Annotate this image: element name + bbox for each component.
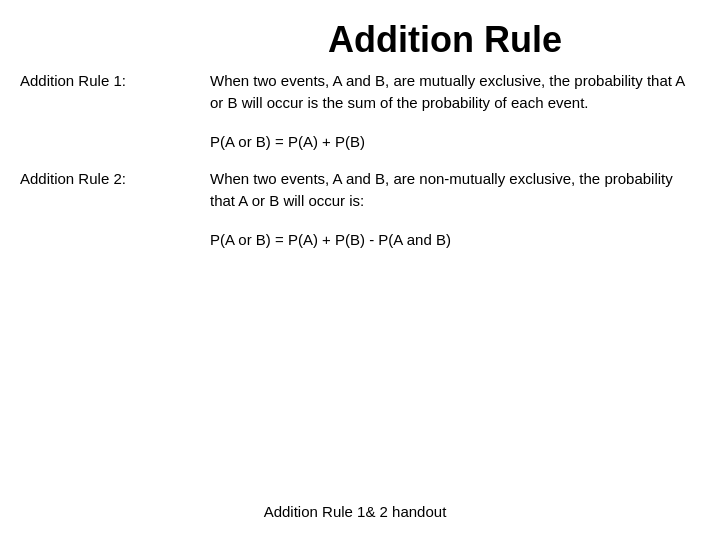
page: Addition Rule Addition Rule 1: When two … bbox=[0, 0, 720, 540]
content-area: Addition Rule 1: When two events, A and … bbox=[20, 70, 690, 493]
rule2-formula-spacer bbox=[20, 231, 210, 248]
rule1-formula-spacer bbox=[20, 133, 210, 150]
footer-text: Addition Rule 1& 2 handout bbox=[20, 493, 690, 520]
rule2-description: When two events, A and B, are non-mutual… bbox=[210, 168, 690, 213]
rule2-formula-row: P(A or B) = P(A) + P(B) - P(A and B) bbox=[20, 231, 690, 248]
rule2-label: Addition Rule 2: bbox=[20, 168, 210, 213]
main-title: Addition Rule bbox=[200, 20, 690, 60]
rule2-formula: P(A or B) = P(A) + P(B) - P(A and B) bbox=[210, 231, 690, 248]
rule2-section: Addition Rule 2: When two events, A and … bbox=[20, 168, 690, 213]
rule1-section: Addition Rule 1: When two events, A and … bbox=[20, 70, 690, 115]
rule1-label: Addition Rule 1: bbox=[20, 70, 210, 115]
rule1-formula: P(A or B) = P(A) + P(B) bbox=[210, 133, 690, 150]
rule1-formula-row: P(A or B) = P(A) + P(B) bbox=[20, 133, 690, 150]
rule1-description: When two events, A and B, are mutually e… bbox=[210, 70, 690, 115]
